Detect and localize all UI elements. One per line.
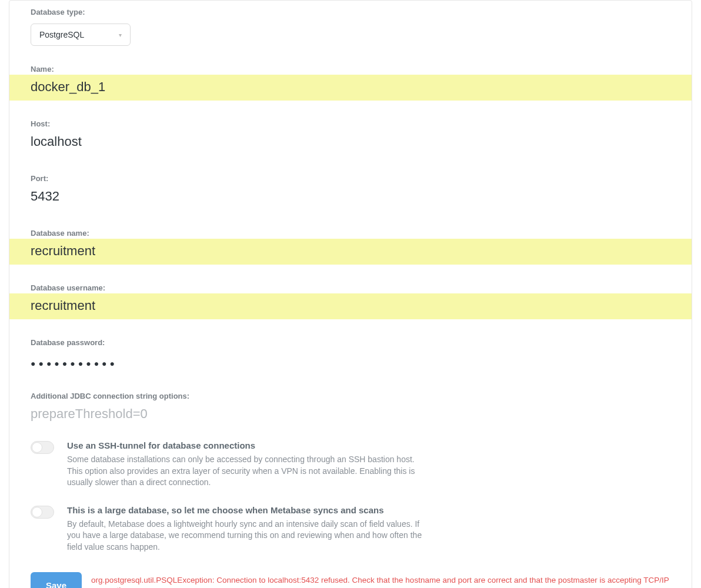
- database-name-input-row: [9, 239, 692, 265]
- jdbc-input-row: [9, 402, 692, 427]
- label-database-name: Database name:: [31, 229, 670, 238]
- error-message: org.postgresql.util.PSQLException: Conne…: [91, 575, 670, 588]
- form-footer: Save org.postgresql.util.PSQLException: …: [9, 572, 692, 588]
- save-button[interactable]: Save: [31, 572, 82, 588]
- ssh-toggle-text: Use an SSH-tunnel for database connectio…: [67, 440, 432, 489]
- large-db-toggle-text: This is a large database, so let me choo…: [67, 505, 432, 553]
- label-port: Port:: [31, 174, 670, 183]
- field-database-type: Database type: PostgreSQL ▾: [9, 1, 692, 46]
- host-input[interactable]: [31, 134, 670, 149]
- label-database-username: Database username:: [31, 283, 670, 292]
- chevron-down-icon: ▾: [119, 32, 122, 38]
- database-form: Database type: PostgreSQL ▾ Name: Host: …: [9, 0, 692, 588]
- host-input-row: [9, 129, 692, 155]
- ssh-toggle-title: Use an SSH-tunnel for database connectio…: [67, 440, 432, 450]
- field-database-username: Database username:: [9, 276, 692, 292]
- large-db-toggle-desc: By default, Metabase does a lightweight …: [67, 519, 432, 553]
- toggle-section-large-db: This is a large database, so let me choo…: [9, 502, 692, 553]
- database-type-select[interactable]: PostgreSQL ▾: [31, 24, 131, 46]
- label-host: Host:: [31, 119, 670, 128]
- database-username-input[interactable]: [31, 298, 670, 313]
- name-input[interactable]: [31, 79, 670, 95]
- large-db-toggle-title: This is a large database, so let me choo…: [67, 505, 432, 515]
- name-input-row: [9, 75, 692, 101]
- ssh-toggle-desc: Some database installations can only be …: [67, 454, 432, 489]
- port-input[interactable]: [31, 189, 670, 204]
- field-jdbc: Additional JDBC connection string option…: [9, 385, 692, 400]
- database-name-input[interactable]: [31, 243, 670, 259]
- label-database-password: Database password:: [31, 338, 670, 347]
- field-host: Host:: [9, 112, 692, 128]
- field-name: Name:: [9, 58, 692, 74]
- toggle-section-ssh: Use an SSH-tunnel for database connectio…: [9, 437, 692, 489]
- database-type-value: PostgreSQL: [39, 30, 84, 39]
- database-password-input[interactable]: ●●●●●●●●●●●: [9, 348, 692, 373]
- port-input-row: [9, 184, 692, 210]
- ssh-toggle[interactable]: [31, 441, 54, 454]
- label-database-type: Database type:: [31, 8, 670, 16]
- field-database-name: Database name:: [9, 222, 692, 238]
- jdbc-input[interactable]: [31, 406, 670, 422]
- field-port: Port:: [9, 167, 692, 183]
- field-database-password: Database password:: [9, 331, 692, 347]
- large-db-toggle[interactable]: [31, 506, 54, 519]
- label-name: Name:: [31, 65, 670, 74]
- database-username-input-row: [9, 293, 692, 319]
- label-jdbc: Additional JDBC connection string option…: [31, 392, 670, 400]
